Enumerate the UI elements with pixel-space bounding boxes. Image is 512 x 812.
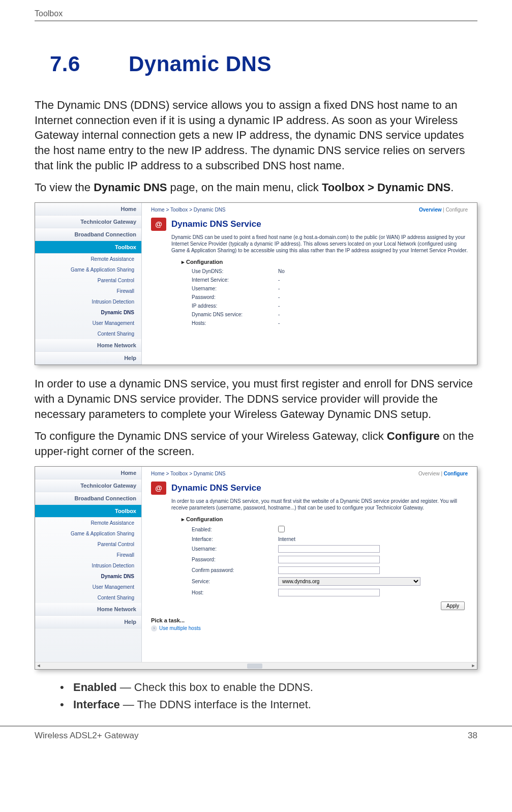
sidebar-item-homenet[interactable]: Home Network	[35, 339, 141, 352]
row-label: Use DynDNS:	[192, 268, 278, 274]
row-value: -	[278, 294, 468, 300]
use-multiple-hosts-link[interactable]: ›Use multiple hosts	[151, 625, 468, 631]
row-label: Username:	[192, 286, 278, 291]
configure-link[interactable]: Configure	[444, 471, 468, 476]
row-label: Dynamic DNS service:	[192, 312, 278, 317]
sidebar-item-help[interactable]: Help	[35, 616, 141, 628]
config-form: Enabled: Interface:Internet Username: Pa…	[192, 526, 468, 596]
scroll-left-icon[interactable]: ◄	[35, 662, 42, 669]
row-label: Service:	[192, 579, 278, 584]
overview-link[interactable]: Overview	[418, 471, 440, 476]
view-instruction: To view the Dynamic DNS page, on the mai…	[35, 180, 477, 195]
sidebar-item-broadband[interactable]: Broadband Connection	[35, 228, 141, 241]
register-paragraph: In order to use a dynamic DNS service, y…	[35, 376, 477, 422]
configure-link[interactable]: Configure	[446, 207, 468, 213]
screenshot-overview: Home Technicolor Gateway Broadband Conne…	[35, 202, 477, 365]
row-label: Internet Service:	[192, 277, 278, 283]
bullet-enabled: Enabled — Check this box to enable the D…	[73, 681, 477, 694]
breadcrumb[interactable]: Home > Toolbox > Dynamic DNS	[151, 471, 226, 476]
row-value: -	[278, 312, 468, 317]
section-number: 7.6	[50, 52, 129, 76]
row-label: Username:	[192, 546, 278, 552]
scroll-thumb[interactable]	[247, 664, 262, 669]
host-input[interactable]	[278, 589, 380, 596]
row-value: -	[278, 286, 468, 291]
sidebar-sub-remote[interactable]: Remote Assistance	[35, 254, 141, 264]
field-descriptions: Enabled — Check this box to enable the D…	[73, 681, 477, 711]
sidebar-item-home[interactable]: Home	[35, 467, 141, 479]
bullet-interface: Interface — The DDNS interface is the In…	[73, 698, 477, 711]
scroll-right-icon[interactable]: ►	[470, 662, 477, 669]
panel-description: Dynamic DNS can be used to point a fixed…	[171, 234, 468, 254]
sidebar-item-help[interactable]: Help	[35, 352, 141, 365]
overview-link[interactable]: Overview	[419, 207, 441, 213]
panel-description: In order to use a dynamic DNS service, y…	[171, 498, 468, 511]
arrow-icon: ›	[151, 625, 157, 631]
sidebar-sub-game[interactable]: Game & Application Sharing	[35, 264, 141, 275]
sidebar-sub-firewall[interactable]: Firewall	[35, 286, 141, 296]
panel-title: Dynamic DNS Service	[171, 219, 261, 229]
config-heading: Configuration	[182, 259, 468, 265]
sidebar-sub-game[interactable]: Game & Application Sharing	[35, 528, 141, 539]
screenshot-configure: Home Technicolor Gateway Broadband Conne…	[35, 466, 477, 670]
row-label: Password:	[192, 294, 278, 300]
row-label: Password:	[192, 557, 278, 562]
configure-instruction: To configure the Dynamic DNS service of …	[35, 429, 477, 459]
sidebar-sub-parental[interactable]: Parental Control	[35, 539, 141, 550]
sidebar-item-toolbox[interactable]: Toolbox	[35, 505, 141, 518]
page-number: 38	[468, 731, 477, 741]
sidebar-sub-usermgmt[interactable]: User Management	[35, 582, 141, 592]
view-toggle: Overview | Configure	[418, 471, 468, 476]
sidebar-sub-remote[interactable]: Remote Assistance	[35, 518, 141, 528]
sidebar-sub-intrusion[interactable]: Intrusion Detection	[35, 560, 141, 571]
row-value: -	[278, 303, 468, 309]
row-label: Confirm password:	[192, 567, 278, 573]
scrollbar[interactable]: ◄ ►	[35, 662, 477, 669]
sidebar-sub-usermgmt[interactable]: User Management	[35, 318, 141, 328]
row-label: Host:	[192, 590, 278, 595]
sidebar-sub-ddns[interactable]: Dynamic DNS	[35, 307, 141, 318]
sidebar-item-gateway[interactable]: Technicolor Gateway	[35, 216, 141, 228]
confirm-password-input[interactable]	[278, 566, 380, 574]
sidebar-item-gateway[interactable]: Technicolor Gateway	[35, 479, 141, 492]
sidebar-sub-firewall[interactable]: Firewall	[35, 550, 141, 560]
sidebar-sub-intrusion[interactable]: Intrusion Detection	[35, 296, 141, 307]
page-footer: Wireless ADSL2+ Gateway 38	[0, 726, 512, 750]
intro-paragraph: The Dynamic DNS (DDNS) service allows yo…	[35, 98, 477, 173]
sidebar-item-toolbox[interactable]: Toolbox	[35, 241, 141, 254]
screenshot-content: Home > Toolbox > Dynamic DNS Overview | …	[142, 467, 477, 669]
row-value: -	[278, 320, 468, 326]
row-label: IP address:	[192, 303, 278, 309]
section-title: Dynamic DNS	[129, 52, 272, 76]
sidebar-item-broadband[interactable]: Broadband Connection	[35, 492, 141, 505]
service-select[interactable]: www.dyndns.org	[278, 577, 420, 586]
sidebar-item-homenet[interactable]: Home Network	[35, 603, 141, 616]
sidebar-sub-parental[interactable]: Parental Control	[35, 275, 141, 286]
username-input[interactable]	[278, 545, 380, 553]
enabled-checkbox[interactable]	[278, 526, 285, 532]
pick-task-heading: Pick a task...	[151, 617, 468, 623]
section-heading: 7.6Dynamic DNS	[50, 52, 477, 76]
panel-title: Dynamic DNS Service	[171, 483, 261, 493]
sidebar-sub-ddns[interactable]: Dynamic DNS	[35, 571, 141, 582]
row-label: Hosts:	[192, 320, 278, 326]
screenshot-sidebar: Home Technicolor Gateway Broadband Conne…	[35, 467, 142, 669]
page-header: Toolbox	[35, 9, 477, 21]
footer-title: Wireless ADSL2+ Gateway	[35, 731, 139, 741]
screenshot-sidebar: Home Technicolor Gateway Broadband Conne…	[35, 203, 142, 365]
ddns-icon: @	[151, 482, 166, 495]
password-input[interactable]	[278, 556, 380, 563]
interface-value: Internet	[278, 536, 468, 542]
apply-button[interactable]: Apply	[441, 602, 465, 610]
ddns-icon: @	[151, 218, 166, 231]
view-toggle: Overview | Configure	[419, 207, 468, 213]
sidebar-item-home[interactable]: Home	[35, 203, 141, 216]
config-heading: Configuration	[182, 516, 468, 523]
breadcrumb[interactable]: Home > Toolbox > Dynamic DNS	[151, 207, 226, 213]
sidebar-sub-content[interactable]: Content Sharing	[35, 328, 141, 339]
sidebar-sub-content[interactable]: Content Sharing	[35, 592, 141, 603]
row-value: -	[278, 277, 468, 283]
row-label: Interface:	[192, 536, 278, 542]
row-label: Enabled:	[192, 527, 278, 532]
screenshot-content: Home > Toolbox > Dynamic DNS Overview | …	[142, 203, 477, 365]
